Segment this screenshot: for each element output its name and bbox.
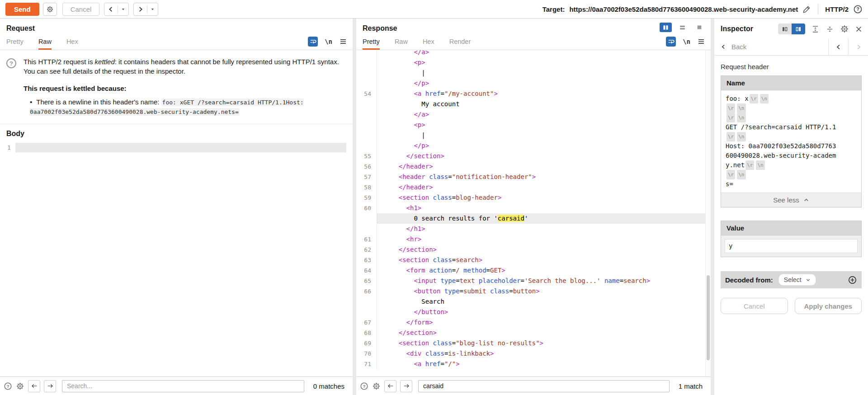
code-line: 65<input type=text placeholder='Search t… bbox=[356, 276, 711, 286]
panel-divider[interactable] bbox=[353, 19, 356, 376]
tab-pretty[interactable]: Pretty bbox=[363, 33, 380, 50]
next-match-button[interactable] bbox=[44, 380, 56, 392]
tab-raw[interactable]: Raw bbox=[38, 33, 52, 50]
expand-all-icon[interactable] bbox=[811, 25, 820, 33]
code-line: </button> bbox=[356, 307, 711, 317]
bottom-bar: 0 matches 1 match bbox=[0, 376, 868, 395]
search-settings-icon[interactable] bbox=[372, 382, 381, 390]
code-line: </p> bbox=[356, 141, 711, 151]
body-section-title: Body bbox=[0, 124, 353, 142]
code-line: 66<button type=submit class=button> bbox=[356, 286, 711, 296]
header-value-card: Value y bbox=[721, 221, 862, 257]
add-decoder-icon[interactable] bbox=[848, 275, 857, 285]
decoded-from-bar: Decoded from: Select bbox=[721, 271, 862, 288]
panel-divider[interactable] bbox=[711, 19, 714, 376]
editor-menu-button[interactable] bbox=[697, 38, 705, 46]
previous-match-button[interactable] bbox=[384, 380, 396, 392]
inspector-cancel-button[interactable]: Cancel bbox=[721, 298, 788, 314]
apply-changes-button[interactable]: Apply changes bbox=[795, 298, 862, 314]
header-name-editor[interactable]: foo: x\r\n\r\n\r\nGET /?search=carsaid H… bbox=[721, 90, 861, 193]
code-line: Search bbox=[356, 296, 711, 307]
send-settings-button[interactable] bbox=[43, 3, 57, 16]
cancel-request-button[interactable]: Cancel bbox=[62, 3, 100, 16]
name-header: Name bbox=[721, 76, 861, 90]
decoded-from-select[interactable]: Select bbox=[778, 274, 816, 286]
repeater-window: Send Cancel Target: https://0aa7002f03e5… bbox=[0, 0, 868, 395]
kettled-reason-title: This request is kettled because: bbox=[24, 84, 345, 93]
edit-target-icon[interactable] bbox=[802, 5, 811, 14]
send-button[interactable]: Send bbox=[5, 3, 39, 16]
inspector-dock-right-button[interactable] bbox=[792, 24, 805, 34]
layout-columns-button[interactable] bbox=[660, 23, 672, 32]
code-line: 67</form> bbox=[356, 317, 711, 328]
arrow-left-icon bbox=[387, 382, 394, 390]
see-less-button[interactable]: See less bbox=[721, 193, 861, 207]
wrap-icon bbox=[309, 38, 317, 46]
response-editor[interactable]: </a><p>|</p>54<a href="/my-account">My a… bbox=[356, 50, 711, 376]
crlf-chip: \n bbox=[737, 113, 745, 122]
arrow-right-icon bbox=[403, 382, 410, 390]
bullet: • bbox=[30, 98, 32, 106]
request-tab-bar: PrettyRawHex \n bbox=[0, 33, 353, 50]
divider bbox=[818, 4, 818, 14]
layout-single-button[interactable] bbox=[693, 23, 705, 32]
forward-history-button[interactable] bbox=[133, 3, 158, 16]
kettled-reason-item: •There is a newline in this header's nam… bbox=[30, 98, 345, 117]
back-history-button[interactable] bbox=[104, 3, 129, 16]
close-icon[interactable] bbox=[855, 25, 863, 33]
next-match-button[interactable] bbox=[400, 380, 412, 392]
search-settings-icon[interactable] bbox=[16, 382, 24, 390]
chevron-up-icon bbox=[803, 197, 809, 203]
inspector-dock-left-button[interactable] bbox=[778, 24, 792, 34]
crlf-chip: \r bbox=[745, 160, 754, 170]
search-help-icon[interactable] bbox=[360, 382, 368, 390]
inspector-layout-switch bbox=[778, 24, 805, 34]
next-item-button[interactable] bbox=[848, 38, 868, 55]
crlf-chip: \n bbox=[737, 170, 745, 179]
tab-hex[interactable]: Hex bbox=[66, 33, 78, 50]
back-button[interactable]: Back bbox=[714, 43, 746, 51]
editor-menu-button[interactable] bbox=[339, 38, 347, 46]
gear-icon bbox=[46, 5, 54, 14]
kettled-notice: This HTTP/2 request is kettled: it conta… bbox=[0, 50, 353, 117]
header-value-editor[interactable]: y bbox=[725, 239, 858, 253]
columns-b-icon bbox=[795, 26, 802, 33]
tab-hex[interactable]: Hex bbox=[423, 33, 434, 50]
arrow-right-icon bbox=[47, 382, 54, 390]
body-editor-line[interactable] bbox=[15, 143, 346, 152]
response-scrollbar[interactable] bbox=[705, 50, 711, 376]
decoded-from-label: Decoded from: bbox=[725, 276, 773, 284]
code-line: </h1> bbox=[356, 224, 711, 234]
inspector-footer-blank bbox=[714, 376, 868, 395]
request-search-input[interactable] bbox=[62, 380, 304, 392]
inspector-nav-bar: Back bbox=[714, 38, 868, 56]
inspector-settings-icon[interactable] bbox=[840, 24, 849, 33]
scrollbar-thumb[interactable] bbox=[707, 275, 710, 360]
layout-rows-button[interactable] bbox=[676, 23, 689, 32]
word-wrap-toggle[interactable] bbox=[308, 37, 318, 47]
tab-pretty[interactable]: Pretty bbox=[6, 33, 24, 50]
collapse-all-icon[interactable] bbox=[826, 25, 834, 33]
target-bar: Target: https://0aa7002f03e52da580d77636… bbox=[542, 4, 863, 14]
search-help-icon[interactable] bbox=[4, 382, 12, 390]
header-name-line: \r\n bbox=[726, 132, 857, 141]
tab-render[interactable]: Render bbox=[449, 33, 471, 50]
show-newlines-toggle[interactable]: \n bbox=[683, 38, 690, 45]
header-name-line: \r\n bbox=[726, 170, 857, 179]
body-line-number: 1 bbox=[0, 144, 15, 151]
crlf-chip: \r bbox=[726, 103, 735, 113]
tab-raw[interactable]: Raw bbox=[395, 33, 408, 50]
previous-match-button[interactable] bbox=[28, 380, 40, 392]
show-newlines-toggle[interactable]: \n bbox=[325, 38, 332, 45]
code-line: 58</header> bbox=[356, 182, 711, 193]
word-wrap-toggle[interactable] bbox=[666, 37, 676, 47]
prev-item-button[interactable] bbox=[828, 38, 848, 55]
body-section: Body 1 bbox=[0, 124, 353, 152]
crlf-chip: \n bbox=[756, 160, 764, 170]
code-line: My account bbox=[356, 99, 711, 109]
code-line: 63<section class=search> bbox=[356, 255, 711, 265]
code-line: 68</section> bbox=[356, 328, 711, 338]
columns-a-icon bbox=[781, 26, 788, 33]
help-icon[interactable] bbox=[853, 5, 863, 14]
response-search-input[interactable] bbox=[418, 380, 670, 392]
